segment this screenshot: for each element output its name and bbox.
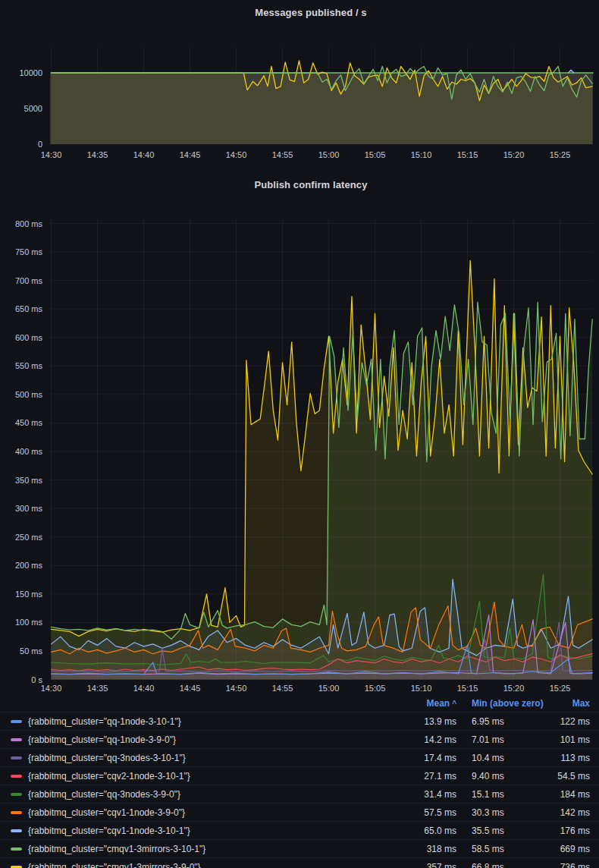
mean-value: 14.2 ms (396, 734, 456, 745)
y-axis-label: 800 ms (15, 219, 43, 228)
y-axis-label: 350 ms (15, 476, 43, 485)
mean-value: 318 ms (396, 844, 456, 854)
min-value: 35.5 ms (456, 826, 549, 836)
series-color-swatch (11, 866, 22, 868)
min-value: 58.5 ms (456, 844, 549, 854)
x-axis-label: 14:50 (226, 150, 247, 159)
y-axis-label: 250 ms (15, 533, 43, 542)
legend-header-row: Mean^ Min (above zero) Max (0, 695, 599, 712)
x-axis-label: 14:55 (272, 684, 293, 693)
series-color-swatch (11, 793, 22, 796)
max-value: 176 ms (549, 826, 590, 836)
series-color-swatch (11, 775, 22, 778)
series-color-swatch (11, 738, 22, 741)
min-value: 7.01 ms (456, 734, 549, 745)
y-axis-label: 650 ms (15, 304, 43, 313)
legend-row: {rabbitmq_cluster="cqv1-1node-3-9-0"} 57… (0, 803, 599, 821)
series-color-swatch (11, 848, 22, 851)
legend-row: {rabbitmq_cluster="cqv2-1node-3-10-1"} 2… (0, 766, 599, 785)
y-axis-label: 10000 (19, 68, 42, 77)
mean-value: 31.4 ms (396, 789, 456, 800)
y-axis-label: 5000 (24, 104, 42, 113)
x-axis-label: 15:05 (365, 150, 386, 159)
legend-row: {rabbitmq_cluster="cqv1-1node-3-10-1"} 6… (0, 821, 599, 839)
legend-row: {rabbitmq_cluster="qq-3nodes-3-9-0"} 31.… (0, 785, 599, 803)
series-label: {rabbitmq_cluster="cmqv1-3mirrors-3-10-1… (28, 844, 205, 854)
y-axis-label: 100 ms (15, 618, 43, 627)
legend-row: {rabbitmq_cluster="qq-1node-3-9-0"} 14.2… (0, 730, 599, 748)
grafana-dashboard: { "colors":{ "background":"#111217", "te… (0, 0, 599, 868)
y-axis-label: 500 ms (15, 390, 43, 399)
x-axis-label: 15:00 (318, 150, 340, 159)
series-label: {rabbitmq_cluster="qq-1node-3-10-1"} (28, 716, 181, 727)
legend-header-max[interactable]: Max (549, 698, 590, 709)
legend-series-toggle[interactable]: {rabbitmq_cluster="cqv1-1node-3-9-0"} (0, 807, 396, 818)
messages-published-chart[interactable]: 100005000014:3014:3514:4014:4514:5014:55… (0, 0, 599, 175)
max-value: 122 ms (549, 716, 590, 727)
y-axis-label: 200 ms (15, 561, 43, 570)
mean-value: 65.0 ms (396, 826, 456, 836)
x-axis-label: 14:40 (133, 684, 155, 693)
x-axis-label: 14:45 (180, 684, 201, 693)
x-axis-label: 15:25 (550, 150, 571, 159)
x-axis-label: 15:05 (365, 684, 386, 693)
y-axis-label: 50 ms (20, 646, 42, 656)
x-axis-label: 15:25 (550, 684, 571, 693)
series-label: {rabbitmq_cluster="qq-3nodes-3-10-1"} (28, 753, 186, 763)
legend-row: {rabbitmq_cluster="cmqv1-3mirrors-3-9-0"… (0, 857, 599, 868)
legend-series-toggle[interactable]: {rabbitmq_cluster="qq-1node-3-10-1"} (0, 716, 396, 727)
y-axis-label: 300 ms (15, 504, 43, 513)
x-axis-label: 15:15 (457, 684, 478, 693)
series-color-swatch (11, 811, 22, 814)
max-value: 669 ms (549, 844, 590, 854)
x-axis-label: 15:20 (503, 684, 525, 693)
x-axis-label: 15:20 (503, 150, 525, 159)
mean-value: 57.5 ms (396, 807, 456, 818)
y-axis-label: 600 ms (15, 333, 43, 342)
series-label: {rabbitmq_cluster="cqv1-1node-3-9-0"} (28, 807, 185, 818)
y-axis-label: 750 ms (15, 247, 43, 256)
y-axis-label: 0 (38, 140, 42, 149)
legend-series-toggle[interactable]: {rabbitmq_cluster="cqv1-1node-3-10-1"} (0, 826, 396, 836)
min-value: 66.8 ms (456, 862, 549, 868)
legend-series-toggle[interactable]: {rabbitmq_cluster="cmqv1-3mirrors-3-9-0"… (0, 862, 396, 868)
min-value: 9.40 ms (456, 771, 549, 782)
series-label: {rabbitmq_cluster="cqv1-1node-3-10-1"} (28, 826, 190, 836)
x-axis-label: 15:00 (318, 684, 340, 693)
y-axis-label: 550 ms (15, 361, 43, 370)
y-axis-label: 0 s (31, 675, 42, 684)
y-axis-label: 400 ms (15, 447, 43, 456)
series-color-swatch (11, 829, 22, 832)
legend-series-toggle[interactable]: {rabbitmq_cluster="qq-3nodes-3-10-1"} (0, 753, 396, 763)
mean-value: 17.4 ms (396, 753, 456, 763)
legend-row: {rabbitmq_cluster="cmqv1-3mirrors-3-10-1… (0, 839, 599, 857)
min-value: 30.3 ms (456, 807, 549, 818)
legend-series-toggle[interactable]: {rabbitmq_cluster="qq-1node-3-9-0"} (0, 734, 396, 745)
min-value: 10.4 ms (456, 753, 549, 763)
x-axis-label: 14:55 (272, 150, 293, 159)
min-value: 6.95 ms (456, 716, 549, 727)
x-axis-label: 15:15 (457, 150, 478, 159)
legend-row: {rabbitmq_cluster="qq-3nodes-3-10-1"} 17… (0, 748, 599, 766)
y-axis-label: 700 ms (15, 276, 43, 285)
series-label: {rabbitmq_cluster="cqv2-1node-3-10-1"} (28, 771, 190, 782)
x-axis-label: 15:10 (411, 150, 432, 159)
y-axis-label: 450 ms (15, 418, 43, 427)
mean-value: 27.1 ms (396, 771, 456, 782)
x-axis-label: 14:30 (41, 684, 62, 693)
legend-series-toggle[interactable]: {rabbitmq_cluster="cqv2-1node-3-10-1"} (0, 771, 396, 782)
max-value: 736 ms (549, 862, 590, 868)
x-axis-label: 14:35 (87, 150, 108, 159)
legend-header-mean[interactable]: Mean^ (396, 698, 456, 709)
x-axis-label: 15:10 (411, 684, 432, 693)
legend-row: {rabbitmq_cluster="qq-1node-3-10-1"} 13.… (0, 712, 599, 730)
max-value: 184 ms (549, 789, 590, 800)
legend-series-toggle[interactable]: {rabbitmq_cluster="qq-3nodes-3-9-0"} (0, 789, 396, 800)
series-label: {rabbitmq_cluster="qq-3nodes-3-9-0"} (28, 789, 180, 800)
x-axis-label: 14:30 (41, 150, 62, 159)
legend-series-toggle[interactable]: {rabbitmq_cluster="cmqv1-3mirrors-3-10-1… (0, 844, 396, 854)
publish-confirm-latency-chart[interactable]: 800 ms750 ms700 ms650 ms600 ms550 ms500 … (0, 175, 599, 695)
mean-value: 13.9 ms (396, 716, 456, 727)
legend-header-min[interactable]: Min (above zero) (456, 698, 549, 709)
series-color-swatch (11, 720, 22, 723)
